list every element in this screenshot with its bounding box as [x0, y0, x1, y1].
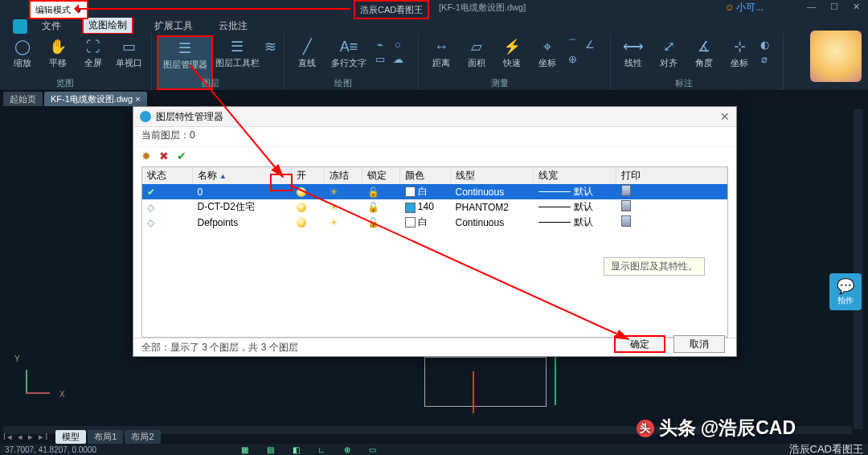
- lineweight-cell[interactable]: 默认: [534, 215, 616, 230]
- vertical-scrollbar[interactable]: [854, 109, 863, 429]
- current-layer-label: 当前图层：0: [133, 127, 736, 147]
- layer-manager-dialog: 图层特性管理器 ✕ 当前图层：0 ✸ ✖ ✔ 状态 名称▲ 开 冻结 锁定 颜色…: [133, 106, 737, 357]
- app-title: 浩辰CAD看图王: [354, 0, 429, 19]
- color-swatch[interactable]: [405, 187, 416, 197]
- layout-nav-buttons[interactable]: I◂ ◂ ▸ ▸I: [3, 432, 49, 442]
- bulb-icon[interactable]: [297, 187, 306, 197]
- menu-file[interactable]: 文件: [37, 18, 66, 34]
- layout-2[interactable]: 布局2: [125, 430, 160, 444]
- plot-icon[interactable]: [621, 200, 631, 211]
- layer-toolbar-button[interactable]: ☰图层工具栏: [213, 35, 261, 90]
- diameter-icon[interactable]: ⌀: [757, 53, 772, 64]
- linetype-cell[interactable]: Continuous: [451, 215, 534, 230]
- group-measure-label: 测量: [491, 77, 509, 89]
- fullscreen-button[interactable]: ⛶全屏: [76, 35, 111, 90]
- tab-start-page[interactable]: 起始页: [3, 92, 43, 107]
- menu-view-draw[interactable]: 览图绘制: [82, 16, 133, 35]
- coord-icon: ⌖: [538, 37, 557, 56]
- bulb-icon[interactable]: [297, 203, 306, 212]
- mode-dropdown[interactable]: 编辑模式▾: [29, 0, 88, 19]
- status-toggles[interactable]: ▦ ▤ ◧ ∟ ⊕ ▭: [241, 445, 384, 454]
- linetype-cell[interactable]: PHANTOM2: [451, 199, 534, 215]
- plot-icon[interactable]: [621, 185, 631, 196]
- minimize-button[interactable]: —: [807, 2, 816, 12]
- color-swatch[interactable]: [405, 217, 416, 228]
- delete-layer-button[interactable]: ✖: [159, 150, 169, 162]
- tab-current-doc[interactable]: KF-1电缆敷设图.dwg ×: [44, 92, 147, 107]
- lock-icon[interactable]: 🔓: [367, 217, 379, 228]
- set-current-button[interactable]: ✔: [177, 150, 186, 162]
- cancel-button[interactable]: 取消: [674, 335, 725, 353]
- layer-row[interactable]: ◇Defpoints☀🔓 白Continuous默认: [142, 215, 727, 230]
- watermark-icon: 头: [637, 420, 654, 437]
- circle-icon[interactable]: ○: [391, 39, 405, 50]
- group-view-label: 览图: [56, 77, 74, 89]
- lock-icon[interactable]: 🔓: [367, 202, 379, 213]
- drawing-entity: [555, 357, 556, 405]
- grid-header-row[interactable]: 状态 名称▲ 开 冻结 锁定 颜色 线型 线宽 打印: [142, 167, 727, 184]
- lineweight-cell[interactable]: 默认: [534, 184, 616, 199]
- layer-row[interactable]: ✔0☀🔓 白Continuous默认: [142, 184, 727, 199]
- close-button[interactable]: ✕: [853, 2, 860, 12]
- plot-icon[interactable]: [621, 215, 631, 227]
- dim-linear-button[interactable]: ⟷线性: [616, 35, 651, 90]
- freeze-icon[interactable]: ☀: [330, 187, 338, 198]
- color-swatch[interactable]: [405, 203, 416, 213]
- coord-button[interactable]: ⌖坐标: [530, 35, 565, 90]
- dialog-icon: [140, 111, 151, 122]
- app-logo-icon: [13, 19, 27, 34]
- axis-y-label: Y: [14, 355, 20, 363]
- lock-icon[interactable]: 🔓: [367, 187, 379, 198]
- arc-measure-icon[interactable]: ⌒: [565, 39, 579, 50]
- viewport-button[interactable]: ▭单视口: [111, 35, 146, 90]
- maximize-button[interactable]: ☐: [830, 2, 838, 12]
- bulb-icon[interactable]: [297, 218, 306, 228]
- status-bar: 37.7007, 41.8207, 0.0000 ▦ ▤ ◧ ∟ ⊕ ▭ 浩辰C…: [0, 444, 868, 455]
- lineweight-cell[interactable]: 默认: [534, 199, 616, 215]
- side-action-button[interactable]: 💬拍作: [829, 273, 862, 310]
- drawing-entity: [473, 371, 474, 413]
- dialog-close-button[interactable]: ✕: [720, 110, 730, 123]
- distance-button[interactable]: ↔距离: [424, 35, 459, 90]
- layer-grid[interactable]: 状态 名称▲ 开 冻结 锁定 颜色 线型 线宽 打印 ✔0☀🔓 白Continu…: [141, 166, 728, 338]
- pan-icon: ✋: [48, 37, 68, 56]
- rect-icon[interactable]: ▭: [373, 53, 387, 64]
- chat-icon: 💬: [837, 277, 854, 295]
- user-avatar[interactable]: [810, 31, 862, 82]
- dialog-titlebar[interactable]: 图层特性管理器 ✕: [133, 107, 736, 127]
- user-chip[interactable]: ☺小可...: [725, 1, 764, 14]
- cloud-icon[interactable]: ☁: [391, 53, 405, 64]
- zoom-button[interactable]: ◯缩放: [5, 35, 40, 90]
- ok-button[interactable]: 确定: [614, 335, 665, 353]
- layer-row[interactable]: ◇D-CT-D2住宅☀🔓 140PHANTOM2默认: [142, 199, 727, 215]
- menu-cloud-annot[interactable]: 云批注: [214, 18, 252, 34]
- angle-measure-icon[interactable]: ∠: [583, 39, 597, 50]
- linetype-cell[interactable]: Continuous: [451, 184, 534, 199]
- dialog-toolbar: ✸ ✖ ✔: [133, 147, 736, 165]
- layout-1[interactable]: 布局1: [88, 430, 123, 444]
- id-point-icon[interactable]: ⊕: [565, 53, 579, 64]
- dim-ord-icon: ⊹: [730, 37, 749, 56]
- radius-icon[interactable]: ◐: [757, 39, 772, 50]
- group-layer-label: 图层: [202, 77, 219, 89]
- menu-extensions[interactable]: 扩展工具: [149, 18, 198, 34]
- tab-close-icon[interactable]: ×: [135, 94, 140, 104]
- status-right: 浩辰CAD看图王: [789, 442, 863, 455]
- layers-icon: ☰: [175, 39, 194, 58]
- zoom-icon: ◯: [13, 37, 32, 56]
- new-layer-button[interactable]: ✸: [141, 150, 151, 162]
- line-button[interactable]: ╱直线: [289, 35, 325, 90]
- dim-ord-button[interactable]: ⊹坐标: [722, 35, 757, 90]
- layers-more-button[interactable]: ≋: [261, 35, 279, 90]
- layer-name: D-CT-D2住宅: [193, 199, 292, 215]
- watermark: 头 头条 @浩辰CAD: [637, 416, 796, 441]
- document-filename: [KF-1电缆敷设图.dwg]: [439, 2, 526, 14]
- freeze-icon[interactable]: ☀: [330, 202, 338, 213]
- coords-readout: 37.7007, 41.8207, 0.0000: [5, 445, 96, 454]
- area-button[interactable]: ▱面积: [459, 35, 494, 90]
- polyline-icon[interactable]: ⌁: [373, 39, 387, 50]
- layout-tabs: I◂ ◂ ▸ ▸I 模型 布局1 布局2: [3, 430, 161, 444]
- layout-model[interactable]: 模型: [55, 430, 86, 444]
- freeze-icon[interactable]: ☀: [330, 217, 338, 228]
- state-icon: ◇: [147, 217, 154, 228]
